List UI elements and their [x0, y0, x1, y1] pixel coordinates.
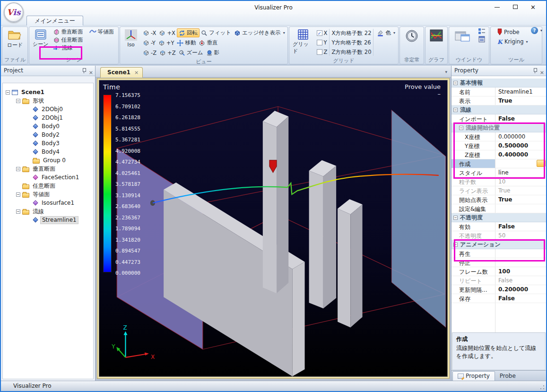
property-value[interactable]: True [495, 96, 546, 105]
fit-button[interactable]: フィット [200, 29, 233, 37]
app-logo-icon[interactable]: Vis [4, 2, 24, 22]
tab-property[interactable]: Property [452, 371, 495, 381]
shadow-button[interactable]: 影 [205, 49, 221, 57]
view-plus-y-button[interactable]: +Y [157, 39, 176, 47]
streamline-button[interactable]: 流線 [52, 44, 85, 52]
property-value[interactable]: 0.200000 [495, 285, 546, 294]
property-group-流線[interactable]: −流線 [451, 105, 546, 114]
property-group-流線開始位置[interactable]: −流線開始位置 [451, 123, 546, 132]
grid-count-value[interactable]: 20 [365, 49, 372, 55]
group-expander[interactable]: − [453, 243, 458, 247]
property-row-X座標[interactable]: X座標0.000000 [451, 132, 546, 141]
tree-item-Body3[interactable]: Body3 [3, 139, 93, 148]
tree-item-2DObj1[interactable]: 2DObj1 [3, 113, 93, 122]
probe-button[interactable]: Probe [495, 28, 521, 36]
close-button[interactable]: ✕ [524, 1, 542, 13]
property-value[interactable]: 50 [495, 231, 546, 240]
property-row-停止[interactable]: 停止 [451, 258, 546, 267]
move-button[interactable]: 移動 [175, 39, 197, 47]
property-row-粒子数[interactable]: 粒子数10 [451, 177, 546, 186]
tree-item-Streamline1[interactable]: Streamline1 [3, 216, 93, 224]
property-value[interactable]: 0.400000 [495, 150, 546, 159]
any-section-button[interactable]: 任意断面 [52, 36, 85, 44]
property-value[interactable]: False [495, 222, 546, 231]
tree-item-Group-0[interactable]: Group 0 [3, 156, 93, 165]
property-row-保存[interactable]: 保存False [451, 294, 546, 303]
group-expander[interactable]: − [459, 126, 463, 130]
kriging-button[interactable]: K Kriging▾ [495, 38, 530, 45]
isosurface-button[interactable]: 等値面 [87, 28, 116, 36]
property-value[interactable]: 100 [495, 267, 546, 276]
tree-item-垂直断面[interactable]: −垂直断面 [3, 165, 93, 173]
property-value[interactable] [495, 159, 546, 168]
property-row-フレーム数[interactable]: フレーム数100 [451, 267, 546, 276]
property-value[interactable]: line [495, 168, 546, 177]
group-expander[interactable]: − [453, 81, 458, 85]
view-minus-x-button[interactable]: -X [141, 29, 157, 37]
tab-list-dropdown-icon[interactable]: ▾ [445, 70, 447, 74]
pin-icon[interactable] [82, 68, 86, 73]
property-row-有効[interactable]: 有効False [451, 222, 546, 231]
vertical-view-button[interactable]: 垂直 [197, 39, 219, 47]
tree-item-2DObj0[interactable]: 2DObj0 [3, 105, 93, 113]
tree-item-Body4[interactable]: Body4 [3, 148, 93, 156]
property-value[interactable] [495, 204, 546, 213]
window-layout-button[interactable] [452, 28, 475, 45]
grid-count-value[interactable]: 22 [365, 30, 372, 36]
grid-check-Z[interactable]: Z [317, 47, 328, 57]
property-row-ライン表示[interactable]: ライン表示True [451, 186, 546, 195]
tab-main-menu[interactable]: メインメニュー [26, 16, 83, 26]
graph-button[interactable] [427, 28, 446, 44]
property-value[interactable]: True [495, 195, 546, 204]
window-list-icon[interactable] [478, 36, 486, 43]
property-value[interactable]: 10 [495, 177, 546, 186]
tree-item-Scene1[interactable]: −Scene1 [3, 88, 93, 96]
tab-probe[interactable]: Probe [495, 371, 521, 381]
vertical-section-button[interactable]: 垂直断面 [52, 28, 85, 36]
unsteady-button[interactable] [402, 28, 421, 44]
group-expander[interactable]: − [453, 108, 458, 112]
grid-check-X[interactable]: ✓X [317, 28, 328, 38]
view-minus-z-button[interactable]: -Z [141, 49, 158, 57]
resize-grip[interactable] [539, 384, 545, 390]
property-value[interactable]: False [495, 114, 546, 123]
view-plus-z-button[interactable]: +Z [158, 49, 177, 57]
tree-item-形状[interactable]: −形状 [3, 96, 93, 105]
property-row-リピート[interactable]: リピートFalse [451, 276, 546, 285]
property-row-不透明度[interactable]: 不透明度50 [451, 231, 546, 240]
property-row-インポート[interactable]: インポートFalse [451, 114, 546, 123]
create-execute-button[interactable] [537, 160, 546, 167]
grid-count-value[interactable]: 26 [364, 39, 371, 46]
tree-item-任意断面[interactable]: 任意断面 [3, 182, 93, 190]
property-value[interactable]: Streamline1 [495, 87, 546, 96]
iso-view-button[interactable]: Iso [122, 28, 140, 49]
close-icon[interactable]: × [540, 68, 544, 78]
group-expander[interactable]: − [453, 216, 458, 220]
property-value[interactable]: True [495, 186, 546, 195]
tree-item-Body2[interactable]: Body2 [3, 131, 93, 139]
property-row-更新間隔...[interactable]: 更新間隔...0.200000 [451, 285, 546, 294]
property-row-Z座標[interactable]: Z座標0.400000 [451, 150, 546, 159]
rotate-button[interactable]: 回転 [177, 28, 200, 37]
property-value[interactable]: False [495, 294, 546, 303]
tree-expander[interactable]: − [16, 209, 20, 214]
checkbox-icon[interactable] [317, 40, 322, 45]
zoom-button[interactable]: ズーム [177, 49, 205, 57]
property-group-不透明度[interactable]: −不透明度 [451, 213, 546, 222]
property-value[interactable]: 0.500000 [495, 141, 546, 150]
tree-item-流線[interactable]: −流線 [3, 207, 93, 216]
property-row-作成[interactable]: 作成 [451, 159, 546, 168]
property-row-設定&編集[interactable]: 設定&編集 [451, 204, 546, 213]
minimize-button[interactable] [488, 1, 506, 13]
property-row-表示[interactable]: 表示True [451, 96, 546, 105]
property-row-スタイル[interactable]: スタイルline [451, 168, 546, 177]
edge-display-button[interactable]: エッジ付き表示▾ [233, 29, 287, 37]
tree-item-等値面[interactable]: −等値面 [3, 190, 93, 199]
checkbox-icon[interactable] [317, 49, 322, 55]
property-value[interactable] [495, 258, 546, 267]
property-value[interactable] [495, 249, 546, 258]
tree-item-FaceSection1[interactable]: FaceSection1 [3, 173, 93, 182]
tree-expander[interactable]: − [16, 99, 20, 103]
maximize-button[interactable] [506, 1, 524, 13]
scene-button[interactable]: シーン [31, 28, 51, 49]
